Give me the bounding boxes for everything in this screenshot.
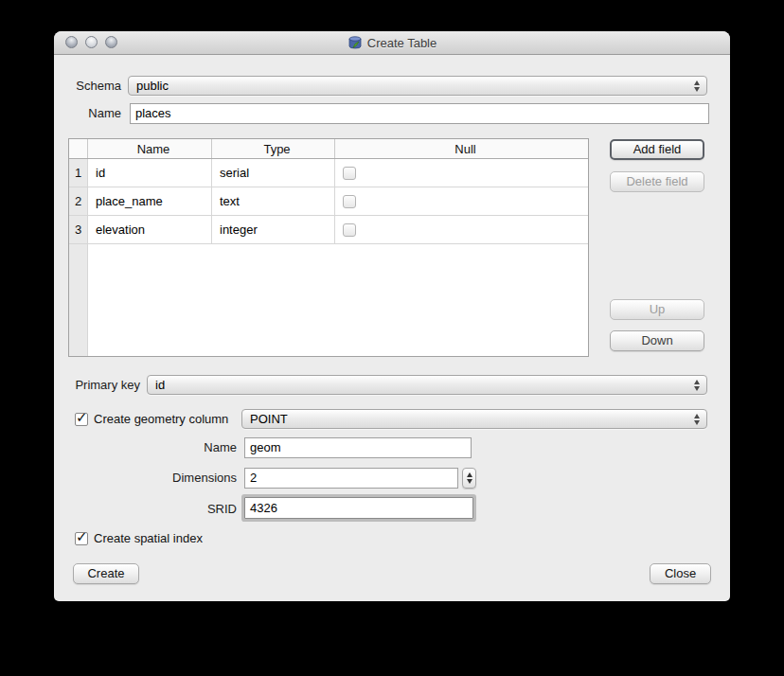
stepper-down-icon bbox=[467, 479, 472, 484]
combo-arrows-icon bbox=[693, 379, 701, 392]
dimensions-stepper[interactable] bbox=[462, 468, 476, 489]
titlebar[interactable]: Create Table bbox=[54, 31, 730, 55]
create-spatial-index-checkbox[interactable] bbox=[75, 532, 88, 545]
field-type-cell[interactable]: serial bbox=[212, 159, 335, 187]
primary-key-selected-value: id bbox=[155, 378, 165, 392]
create-geometry-column-checkbox[interactable] bbox=[75, 413, 88, 426]
field-name-cell[interactable]: place_name bbox=[88, 187, 212, 215]
primary-key-select[interactable]: id bbox=[147, 375, 707, 395]
window-title-wrap: Create Table bbox=[54, 31, 730, 54]
create-geometry-column-label: Create geometry column bbox=[94, 412, 228, 426]
fields-table[interactable]: Name Type Null 1 id serial 2 place_name … bbox=[68, 138, 589, 357]
row-number[interactable]: 3 bbox=[69, 216, 88, 243]
add-field-button[interactable]: Add field bbox=[610, 139, 704, 160]
field-type-cell[interactable]: integer bbox=[212, 216, 335, 243]
stepper-up-icon bbox=[467, 472, 472, 477]
combo-arrows-icon bbox=[693, 80, 701, 93]
create-spatial-index-row: Create spatial index bbox=[75, 528, 203, 548]
schema-selected-value: public bbox=[136, 79, 169, 93]
combo-arrows-icon bbox=[693, 413, 701, 426]
table-name-input[interactable]: places bbox=[130, 103, 709, 124]
dimensions-value: 2 bbox=[250, 471, 257, 485]
table-row[interactable]: 2 place_name text bbox=[69, 187, 588, 216]
create-spatial-index-label: Create spatial index bbox=[94, 531, 203, 545]
schema-select[interactable]: public bbox=[128, 76, 707, 96]
create-button[interactable]: Create bbox=[73, 563, 139, 584]
down-button[interactable]: Down bbox=[610, 330, 704, 351]
dimensions-label: Dimensions bbox=[111, 468, 237, 489]
table-row[interactable]: 3 elevation integer bbox=[69, 216, 588, 244]
table-empty-area bbox=[69, 244, 588, 356]
table-name-value: places bbox=[135, 106, 171, 120]
geometry-name-input[interactable]: geom bbox=[244, 437, 472, 458]
header-corner-cell bbox=[69, 139, 88, 158]
table-name-label: Name bbox=[54, 103, 121, 124]
column-header-name[interactable]: Name bbox=[88, 139, 212, 158]
null-checkbox[interactable] bbox=[343, 167, 356, 180]
row-number[interactable]: 2 bbox=[69, 187, 88, 215]
srid-value: 4326 bbox=[250, 501, 277, 515]
up-button[interactable]: Up bbox=[610, 299, 704, 320]
null-checkbox[interactable] bbox=[343, 195, 356, 208]
database-icon bbox=[347, 35, 363, 50]
primary-key-label: Primary key bbox=[54, 375, 140, 395]
create-table-dialog: Create Table Schema public Name places N… bbox=[54, 31, 730, 601]
row-number[interactable]: 1 bbox=[69, 159, 88, 187]
null-checkbox[interactable] bbox=[343, 223, 356, 237]
srid-input[interactable]: 4326 bbox=[244, 497, 473, 519]
field-type-cell[interactable]: text bbox=[212, 187, 335, 215]
window-title: Create Table bbox=[367, 36, 437, 50]
geometry-type-select[interactable]: POINT bbox=[241, 409, 707, 429]
column-header-null[interactable]: Null bbox=[335, 139, 588, 158]
dimensions-input[interactable]: 2 bbox=[244, 468, 458, 489]
field-name-cell[interactable]: elevation bbox=[88, 216, 212, 243]
schema-label: Schema bbox=[54, 76, 121, 96]
fields-table-header: Name Type Null bbox=[69, 139, 588, 159]
delete-field-button[interactable]: Delete field bbox=[610, 171, 704, 192]
table-row[interactable]: 1 id serial bbox=[69, 159, 588, 187]
geometry-name-value: geom bbox=[250, 440, 281, 454]
srid-label: SRID bbox=[111, 498, 237, 520]
field-name-cell[interactable]: id bbox=[88, 159, 212, 187]
create-geometry-column-row: Create geometry column bbox=[75, 409, 228, 429]
field-null-cell[interactable] bbox=[335, 159, 588, 187]
column-header-type[interactable]: Type bbox=[212, 139, 335, 158]
field-null-cell[interactable] bbox=[335, 187, 588, 215]
geometry-type-selected-value: POINT bbox=[250, 412, 288, 426]
close-button[interactable]: Close bbox=[650, 563, 711, 584]
geometry-name-label: Name bbox=[111, 437, 237, 458]
field-null-cell[interactable] bbox=[335, 216, 588, 243]
